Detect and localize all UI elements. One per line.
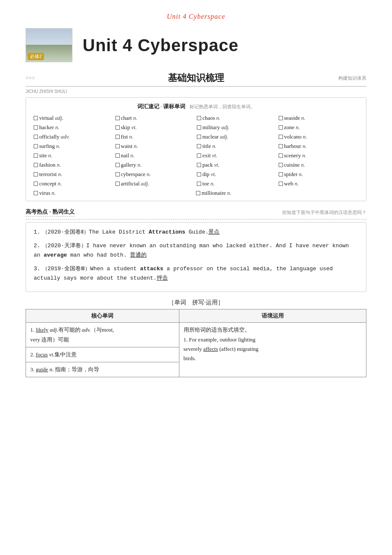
vocab-checkbox (34, 191, 38, 195)
vocab-checkbox (34, 172, 38, 176)
vocab-pos: vt. (131, 124, 137, 131)
vocab-pos: n. (147, 171, 151, 178)
vocab-item: cuisine n. (279, 162, 359, 168)
section-basic-title: 基础知识梳理 (168, 72, 224, 83)
vocab-title-cn: 词汇速记 (137, 103, 159, 110)
spelling-row-0: 1. likely adj.有可能的 adv.（与most,very 连用）可能… (26, 323, 366, 347)
vocab-box-title: 词汇速记 · 课标单词 标记熟悉单词，回查陌生单词。 (34, 103, 358, 110)
vocab-item: spider n. (279, 171, 359, 178)
vocab-checkbox (197, 135, 201, 139)
vocab-word: seaside (284, 115, 300, 121)
hotword-text-before: （2019·全国卷Ⅲ）When a student (42, 266, 140, 272)
vocab-item: fashion n. (34, 162, 114, 168)
vocab-pos: n. (294, 180, 299, 187)
vocab-title-sub-cn: 课标单词 (163, 103, 185, 110)
vocab-extra: virus n. millionaire n. (34, 190, 358, 197)
spelling-title: ［单词 拼写·运用］ (26, 299, 366, 306)
hotword-hint: 你知道下面句子中黑体词的汉语意思吗？ (282, 209, 366, 216)
vocab-checkbox (279, 163, 283, 167)
vocab-checkbox (279, 182, 283, 186)
vocab-box: 词汇速记 · 课标单词 标记熟悉单词，回查陌生单词。 virtual adj. … (26, 97, 366, 201)
vocab-item: gallery n. (115, 162, 196, 168)
vocab-word: nail (121, 152, 130, 159)
vocab-pos: vt. (211, 171, 216, 178)
vocab-pos: n. (212, 143, 216, 150)
vocab-item-extra: millionaire n. (196, 190, 358, 197)
spelling-col2-header: 语境运用 (179, 309, 366, 323)
hotword-title-dot: · (49, 208, 52, 215)
vocab-item: chaos n. (197, 115, 277, 121)
vocab-word: hacker (39, 124, 54, 131)
vocab-pos: n. (58, 171, 62, 178)
vocab-word: zone (284, 124, 295, 131)
hotword-item: 1.（2020·全国卷Ⅱ）The Lake District Attractio… (34, 228, 358, 237)
page-title: Unit 4 Cyberspace (26, 13, 366, 20)
vocab-checkbox (197, 144, 201, 148)
hotword-answer: 抨击 (157, 275, 168, 281)
vocab-pos: adj. (220, 133, 228, 140)
vocab-word: spider (284, 171, 298, 178)
vocab-pos: n. (134, 143, 138, 150)
hotword-header: 高考热点 · 熟词生义 你知道下面句子中黑体词的汉语意思吗？ (26, 208, 366, 217)
vocab-word: harbour (284, 143, 301, 150)
vocab-checkbox (34, 153, 38, 158)
vocab-item: seaside n. (279, 115, 359, 121)
vocab-word: title (202, 143, 211, 150)
vocab-title-hint: 标记熟悉单词，回查陌生单词。 (190, 104, 255, 109)
vocab-checkbox (115, 182, 120, 186)
vocab-item: surfing n. (34, 143, 114, 150)
vocab-pos: n. (55, 124, 60, 131)
vocab-checkbox (115, 135, 120, 139)
vocab-checkbox (196, 191, 200, 195)
vocab-pos: vt. (214, 162, 220, 168)
hotword-bold-word: average (43, 252, 67, 258)
vocab-word: millionaire (202, 190, 226, 197)
spelling-word-3: guide (36, 366, 48, 373)
hotword-num: 3. (34, 266, 40, 272)
vocab-word: cyberspace (121, 171, 146, 178)
vocab-grid: virtual adj. chart n. chaos n. seaside n… (34, 115, 358, 187)
vocab-word: exit (202, 152, 211, 159)
vocab-checkbox (197, 182, 201, 186)
hotword-text-before: （2020·全国卷Ⅱ）The Lake District (42, 229, 149, 235)
vocab-checkbox (115, 125, 120, 130)
vocab-word: site (39, 152, 47, 159)
hotword-answer: 景点 (208, 229, 219, 235)
vocab-word: gallery (121, 162, 136, 168)
vocab-checkbox (34, 163, 38, 167)
vocab-item: title n. (197, 143, 277, 150)
vocab-word: dip (202, 171, 210, 178)
spelling-cell-core-3: 3. guide n. 指南；导游，向导 (26, 362, 179, 377)
vocab-word: chart (121, 115, 132, 121)
vocab-checkbox (115, 153, 120, 158)
vocab-checkbox (197, 163, 201, 167)
vocab-word: officially (39, 133, 59, 140)
vocab-item: zone n. (279, 124, 359, 131)
vocab-word: nuclear (202, 133, 219, 140)
thumbnail-sky (26, 29, 72, 46)
vocab-checkbox (279, 172, 283, 176)
hotword-num: 1. (34, 229, 40, 235)
vocab-item: exit vt. (197, 152, 277, 159)
section-meta-left: JICHU ZHISHI SHULI (26, 89, 67, 94)
vocab-checkbox (115, 116, 120, 120)
spelling-pos-1b: adv. (82, 327, 91, 333)
vocab-item: pack vt. (197, 162, 277, 168)
vocab-pos: n. (299, 171, 303, 178)
vocab-item: nuclear adj. (197, 133, 277, 140)
vocab-item: scenery n. (279, 152, 359, 159)
spelling-col1-header: 核心单词 (26, 309, 179, 323)
vocab-word: artificial (121, 180, 140, 187)
vocab-word: virus (39, 190, 50, 197)
vocab-checkbox (197, 116, 201, 120)
spelling-section: ［单词 拼写·运用］ 核心单词 语境运用 1. likely adj.有可能的 … (26, 299, 366, 377)
vocab-pos: n. (303, 143, 307, 150)
hotword-bold-word: Attractions (149, 229, 185, 235)
vocab-checkbox (279, 144, 283, 148)
spelling-pos-2: vi. (49, 351, 55, 358)
vocab-word: surfing (39, 143, 55, 150)
vocab-word: terrorist (39, 171, 57, 178)
vocab-word: pack (202, 162, 213, 168)
vocab-item: fist n. (115, 133, 196, 140)
vocab-word: scenery (284, 152, 301, 159)
